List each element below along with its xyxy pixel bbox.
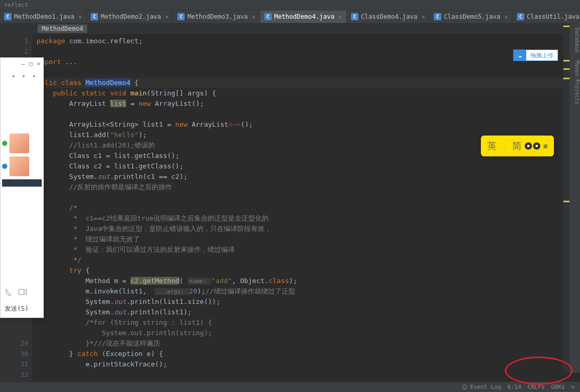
right-tool-sidebar: Database Maven Projects [570, 23, 580, 373]
upload-widget[interactable]: ☁ 拖拽上传 [513, 50, 558, 61]
chat-titlebar: — □ × [1, 58, 43, 69]
java-class-icon: C [177, 13, 185, 20]
top-tool-row: reflect [0, 0, 580, 10]
status-bar: Event Log 6:14 CRLF‡ GBK‡ ⎆ [0, 382, 580, 392]
ime-floating-bar[interactable]: 英 ， 简 ≡ [481, 136, 554, 156]
tab-methoddemo3[interactable]: CMethodDemo3.java× [173, 10, 260, 23]
tab-methoddemo4[interactable]: CMethodDemo4.java× [260, 10, 347, 23]
cursor-position: 6:14 [508, 384, 522, 390]
file-encoding[interactable]: GBK‡ [551, 384, 565, 390]
java-class-icon: C [351, 13, 358, 20]
contact-row[interactable] [2, 179, 42, 187]
tab-methoddemo1[interactable]: CMethodDemo1.java× [0, 10, 87, 23]
tab-classutil[interactable]: CClassUtil.java× [513, 10, 580, 23]
phone-icon[interactable] [5, 288, 13, 297]
editor[interactable]: 122930313233 package com.imooc.reflect; … [0, 34, 580, 383]
event-log-button[interactable]: Event Log [462, 384, 501, 390]
sidebar-item-database[interactable]: Database [570, 28, 580, 53]
close-icon[interactable]: × [165, 14, 169, 20]
sidebar-item-maven[interactable]: Maven Projects [570, 60, 580, 104]
close-icon[interactable]: × [37, 60, 40, 67]
chat-overlay-window[interactable]: — □ × • • • 发送(S) [0, 57, 44, 318]
cloud-icon: ☁ [514, 50, 526, 60]
java-class-icon: C [264, 13, 272, 20]
avatar [9, 156, 29, 176]
java-class-icon: C [434, 13, 441, 20]
breadcrumb-item[interactable]: MethodDemo4 [38, 24, 87, 33]
code-content[interactable]: package com.imooc.reflect; import ... ub… [32, 34, 580, 383]
minion-icon [525, 142, 540, 150]
lock-icon[interactable]: ⎆ [571, 384, 575, 390]
video-icon[interactable] [18, 288, 28, 296]
java-class-icon: C [4, 13, 11, 20]
close-icon[interactable]: × [252, 14, 256, 20]
contact-row[interactable] [2, 156, 42, 176]
tab-classdemo4[interactable]: CClassDemo4.java× [347, 10, 430, 23]
ime-lang-simplified[interactable]: 简 [512, 140, 522, 152]
menu-icon[interactable]: ≡ [543, 142, 548, 150]
bubble-icon [462, 384, 468, 390]
java-class-icon: C [517, 13, 524, 20]
status-dot-icon [2, 141, 7, 146]
close-icon[interactable]: × [421, 14, 425, 20]
breadcrumb: MethodDemo4 [0, 23, 580, 34]
send-button[interactable]: 发送(S) [5, 304, 29, 313]
close-icon[interactable]: × [504, 14, 508, 20]
close-icon[interactable]: × [79, 14, 82, 20]
svg-rect-1 [19, 289, 24, 295]
chat-toolbar [5, 288, 28, 297]
close-icon[interactable]: × [339, 14, 342, 20]
avatar [9, 133, 29, 153]
ime-lang-en[interactable]: 英 [487, 140, 497, 152]
svg-point-0 [463, 385, 467, 389]
minimize-icon[interactable]: — [21, 60, 25, 67]
status-dot-icon [2, 164, 7, 169]
maximize-icon[interactable]: □ [29, 60, 33, 67]
error-stripe[interactable] [563, 23, 570, 373]
contact-row[interactable] [2, 133, 42, 153]
tab-classdemo5[interactable]: CClassDemo5.java× [430, 10, 513, 23]
line-separator[interactable]: CRLF‡ [527, 384, 545, 390]
java-class-icon: C [91, 13, 98, 20]
editor-tabs: CMethodDemo1.java× CMethodDemo2.java× CM… [0, 10, 580, 23]
tab-methoddemo2[interactable]: CMethodDemo2.java× [87, 10, 173, 23]
more-icon[interactable]: • • • [1, 69, 43, 83]
